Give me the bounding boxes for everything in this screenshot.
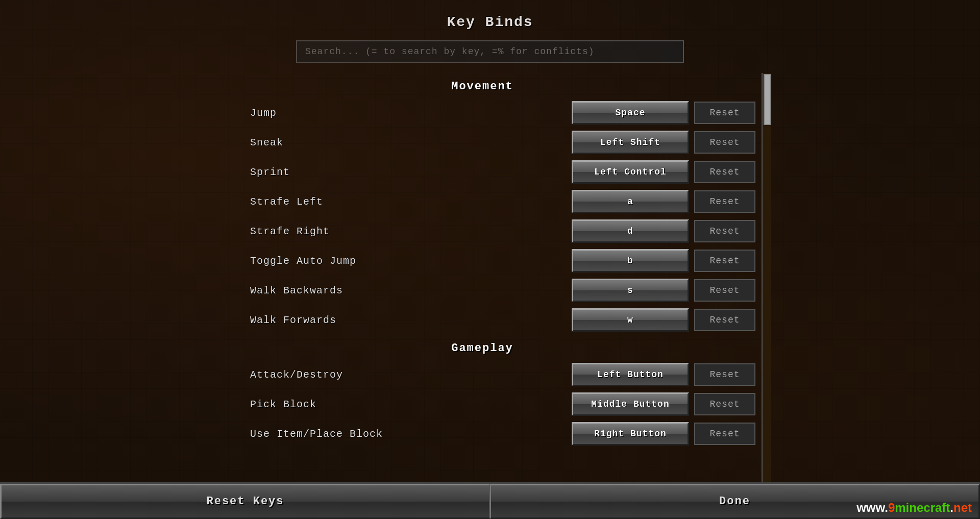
keybind-row-sneak: Sneak Left Shift Reset — [209, 128, 755, 157]
keybind-button-use-item[interactable]: Right Button — [572, 422, 689, 446]
keybind-row-attack-destroy: Attack/Destroy Left Button Reset — [209, 360, 755, 389]
keybind-row-strafe-left: Strafe Left a Reset — [209, 187, 755, 216]
search-container — [296, 40, 684, 63]
reset-button-strafe-left[interactable]: Reset — [694, 190, 755, 213]
keybind-label-strafe-left: Strafe Left — [209, 196, 572, 208]
keybind-label-pick-block: Pick Block — [209, 399, 572, 410]
keybind-row-use-item: Use Item/Place Block Right Button Reset — [209, 419, 755, 449]
watermark-9: 9 — [888, 501, 895, 514]
keybind-label-attack-destroy: Attack/Destroy — [209, 369, 572, 381]
reset-button-walk-forwards[interactable]: Reset — [694, 309, 755, 331]
reset-button-toggle-auto-jump[interactable]: Reset — [694, 250, 755, 272]
keybind-button-walk-forwards[interactable]: w — [572, 308, 689, 332]
reset-button-jump[interactable]: Reset — [694, 102, 755, 124]
keybind-row-toggle-auto-jump: Toggle Auto Jump b Reset — [209, 246, 755, 276]
scrollbar-track — [762, 73, 771, 482]
keybind-label-sprint: Sprint — [209, 166, 572, 178]
keybind-button-walk-backwards[interactable]: s — [572, 279, 689, 302]
bottom-bar: Reset Keys Done www.9minecraft.net — [0, 482, 980, 519]
keybind-button-toggle-auto-jump[interactable]: b — [572, 249, 689, 273]
keybind-row-pick-block: Pick Block Middle Button Reset — [209, 389, 755, 419]
watermark-net: net — [953, 501, 972, 514]
keybind-label-use-item: Use Item/Place Block — [209, 428, 572, 440]
watermark-mine: minecraft — [895, 501, 950, 514]
watermark-www: www. — [856, 501, 888, 514]
reset-button-attack-destroy[interactable]: Reset — [694, 363, 755, 386]
keybind-row-jump: Jump Space Reset — [209, 98, 755, 128]
keybind-row-sprint: Sprint Left Control Reset — [209, 157, 755, 187]
keybind-label-toggle-auto-jump: Toggle Auto Jump — [209, 255, 572, 267]
reset-button-strafe-right[interactable]: Reset — [694, 220, 755, 242]
scrollbar-thumb[interactable] — [764, 74, 771, 125]
keybind-button-attack-destroy[interactable]: Left Button — [572, 363, 689, 386]
page-title: Key Binds — [447, 14, 533, 30]
watermark-craft: . — [950, 501, 953, 514]
keybind-label-walk-backwards: Walk Backwards — [209, 285, 572, 296]
keybind-label-strafe-right: Strafe Right — [209, 226, 572, 237]
section-header-movement: Movement — [209, 73, 755, 98]
search-input[interactable] — [296, 40, 684, 63]
reset-button-walk-backwards[interactable]: Reset — [694, 279, 755, 302]
section-header-gameplay: Gameplay — [209, 335, 755, 360]
keybind-label-sneak: Sneak — [209, 137, 572, 149]
keybind-button-sprint[interactable]: Left Control — [572, 160, 689, 184]
keybind-label-walk-forwards: Walk Forwards — [209, 314, 572, 326]
content-wrapper: Movement Jump Space Reset Sneak Left Shi… — [209, 73, 771, 519]
watermark: www.9minecraft.net — [856, 501, 972, 515]
keybind-button-pick-block[interactable]: Middle Button — [572, 392, 689, 416]
keybind-row-walk-backwards: Walk Backwards s Reset — [209, 276, 755, 305]
keybind-button-strafe-right[interactable]: d — [572, 219, 689, 243]
keybind-button-sneak[interactable]: Left Shift — [572, 131, 689, 154]
keybind-button-jump[interactable]: Space — [572, 101, 689, 125]
keybind-row-strafe-right: Strafe Right d Reset — [209, 216, 755, 246]
reset-button-sprint[interactable]: Reset — [694, 161, 755, 183]
keybind-row-walk-forwards: Walk Forwards w Reset — [209, 305, 755, 335]
keybind-button-strafe-left[interactable]: a — [572, 190, 689, 213]
reset-button-use-item[interactable]: Reset — [694, 423, 755, 445]
keybind-label-jump: Jump — [209, 107, 572, 119]
reset-button-pick-block[interactable]: Reset — [694, 393, 755, 415]
binds-content: Movement Jump Space Reset Sneak Left Shi… — [209, 73, 771, 449]
reset-keys-button[interactable]: Reset Keys — [0, 484, 490, 519]
reset-button-sneak[interactable]: Reset — [694, 131, 755, 154]
